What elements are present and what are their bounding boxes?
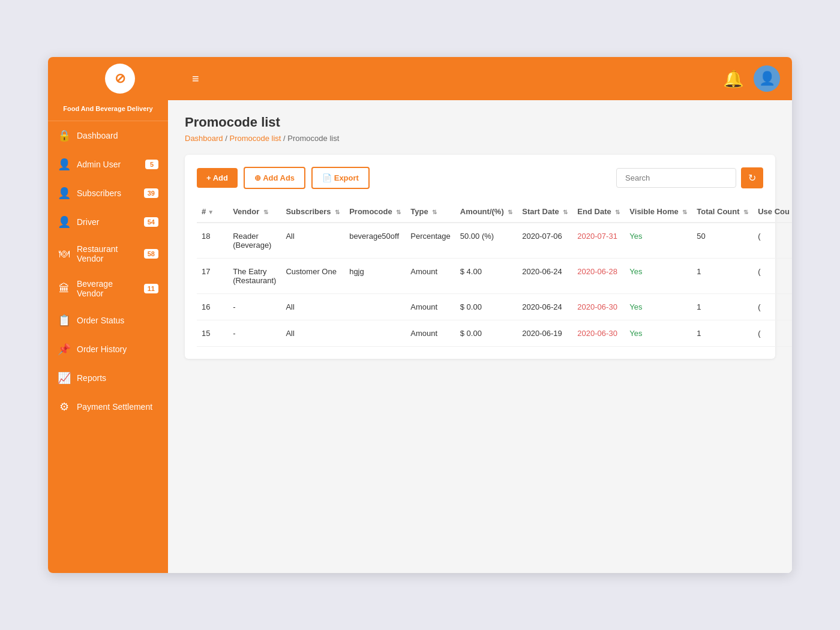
order-status-icon: 📋 [58,314,71,327]
cell-subscribers: Customer One [281,259,344,294]
menu-toggle-button[interactable]: ≡ [192,72,723,86]
cell-use-count: ( [753,320,792,347]
col-header-id: #▼ [197,201,218,223]
cell-type: Amount [406,259,455,294]
col-header-start-date: Start Date ⇅ [517,201,572,223]
body-layout: Food And Beverage Delivery 🔒 Dashboard 👤… [48,100,792,573]
cell-subscribers: All [281,294,344,320]
cell-start-date: 2020-06-24 [517,294,572,320]
sidebar-brand: Food And Beverage Delivery [48,100,168,121]
sidebar-item-order-history[interactable]: 📌 Order History [48,335,168,364]
cell-end-date: 2020-07-31 [572,223,625,259]
cell-start-date: 2020-07-06 [517,223,572,259]
col-header-subscribers: Subscribers ⇅ [281,201,344,223]
cell-total-count: 1 [692,259,753,294]
cell-id: 18 [197,223,218,259]
col-header-use-count: Use Cou [753,201,792,223]
admin-user-badge: 5 [145,160,158,169]
sidebar-item-restaurant-vendor[interactable]: 🍽 Restaurant Vendor 58 [48,236,168,271]
main-content: Promocode list Dashboard / Promocode lis… [168,100,792,573]
search-input[interactable] [616,168,736,188]
header-icons: 🔔 👤 [723,65,780,92]
sidebar-label-order-status: Order Status [77,316,158,325]
cell-end-date: 2020-06-30 [572,320,625,347]
cell-amount: $ 0.00 [455,320,518,347]
cell-total-count: 1 [692,320,753,347]
cell-total-count: 1 [692,294,753,320]
cell-visible-home: Yes [625,259,692,294]
dashboard-icon: 🔒 [58,129,71,142]
sidebar-label-beverage-vendor: Beverage Vendor [77,279,138,298]
sidebar-label-subscribers: Subscribers [77,188,138,198]
cell-subscribers: All [281,223,344,259]
bell-icon[interactable]: 🔔 [723,69,744,89]
sidebar-label-payment-settlement: Payment Settlement [77,402,158,412]
sidebar-item-payment-settlement[interactable]: ⚙ Payment Settlement [48,392,168,421]
col-header-visible-home: Visible Home ⇅ [625,201,692,223]
cell-sort [218,294,228,320]
beverage-vendor-badge: 11 [144,284,158,293]
col-header-sort [218,201,228,223]
col-header-end-date: End Date ⇅ [572,201,625,223]
sidebar-item-admin-user[interactable]: 👤 Admin User 5 [48,150,168,179]
sidebar-item-beverage-vendor[interactable]: 🏛 Beverage Vendor 11 [48,271,168,306]
driver-badge: 54 [144,217,158,227]
sidebar-item-subscribers[interactable]: 👤 Subscribers 39 [48,179,168,208]
cell-id: 15 [197,320,218,347]
restaurant-vendor-icon: 🍽 [58,248,71,260]
add-button[interactable]: + Add [197,168,238,188]
col-header-vendor: Vendor ⇅ [228,201,281,223]
breadcrumb-promocode-list[interactable]: Promocode list [229,134,281,143]
cell-visible-home: Yes [625,320,692,347]
col-header-promocode: Promocode ⇅ [344,201,406,223]
cell-promocode [344,294,406,320]
table-row: 17 The Eatry (Restaurant) Customer One h… [197,259,792,294]
cell-promocode: hgjg [344,259,406,294]
reports-icon: 📈 [58,371,71,385]
table-header-row: #▼ Vendor ⇅ Subscribers ⇅ Promocode ⇅ Ty… [197,201,792,223]
cell-promocode: beverage50off [344,223,406,259]
user-avatar[interactable]: 👤 [754,65,780,92]
cell-vendor: - [228,294,281,320]
toolbar-right: ↻ [616,167,763,188]
cell-total-count: 50 [692,223,753,259]
sidebar-item-driver[interactable]: 👤 Driver 54 [48,208,168,236]
export-button[interactable]: 📄 Export [311,167,370,189]
refresh-button[interactable]: ↻ [741,167,763,188]
cell-use-count: ( [753,223,792,259]
add-ads-button[interactable]: ⊕ Add Ads [244,167,305,189]
restaurant-vendor-badge: 58 [144,249,158,259]
cell-visible-home: Yes [625,294,692,320]
sidebar-item-reports[interactable]: 📈 Reports [48,364,168,392]
cell-id: 16 [197,294,218,320]
sidebar-item-order-status[interactable]: 📋 Order Status [48,306,168,335]
cell-vendor: The Eatry (Restaurant) [228,259,281,294]
breadcrumb-current: Promocode list [287,134,339,143]
table-row: 16 - All Amount $ 0.00 2020-06-24 2020-0… [197,294,792,320]
cell-promocode [344,320,406,347]
admin-user-icon: 👤 [58,158,71,171]
cell-end-date: 2020-06-28 [572,259,625,294]
logo-icon: ⊘ [115,71,125,86]
cell-visible-home: Yes [625,223,692,259]
sidebar-item-dashboard[interactable]: 🔒 Dashboard [48,121,168,150]
subscribers-icon: 👤 [58,187,71,200]
sidebar-label-restaurant-vendor: Restaurant Vendor [77,244,138,263]
cell-vendor: - [228,320,281,347]
sidebar-label-driver: Driver [77,217,138,227]
cell-start-date: 2020-06-19 [517,320,572,347]
driver-icon: 👤 [58,215,71,229]
sidebar-label-order-history: Order History [77,344,158,354]
promocode-table: #▼ Vendor ⇅ Subscribers ⇅ Promocode ⇅ Ty… [197,201,792,347]
breadcrumb-dashboard[interactable]: Dashboard [185,134,223,143]
sidebar-label-admin-user: Admin User [77,160,139,169]
content-card: + Add ⊕ Add Ads 📄 Export ↻ #▼ Vendor [185,155,775,359]
subscribers-badge: 39 [144,188,158,198]
col-header-total-count: Total Count ⇅ [692,201,753,223]
sidebar: Food And Beverage Delivery 🔒 Dashboard 👤… [48,100,168,573]
cell-use-count: ( [753,259,792,294]
cell-sort [218,223,228,259]
cell-amount: $ 0.00 [455,294,518,320]
table-row: 18 Reader (Beverage) All beverage50off P… [197,223,792,259]
header: ⊘ ≡ 🔔 👤 [48,57,792,100]
